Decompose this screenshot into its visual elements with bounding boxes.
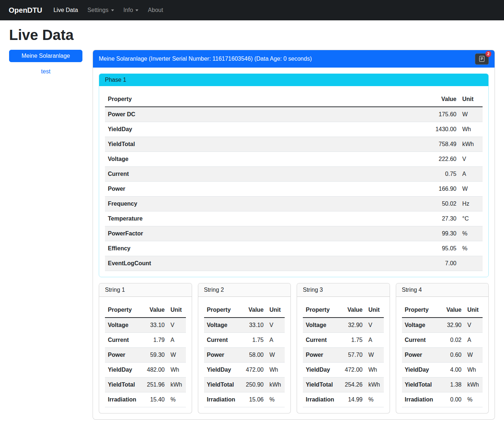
property-cell: Irradiation [402,392,438,407]
property-cell: Irradiation [204,392,240,407]
journal-text-icon [479,56,485,62]
value-cell: 50.02 [416,197,459,211]
property-cell: Current [204,333,240,348]
property-cell: Power [105,348,141,363]
nav-items: Live Data Settings Info About [49,4,168,16]
value-cell: 27.30 [416,211,459,226]
unit-cell: % [267,392,285,407]
col-value: Value [416,92,459,107]
property-cell: Voltage [105,318,141,333]
unit-cell: V [366,318,384,333]
value-cell: 472.00 [240,363,267,378]
value-cell: 15.40 [141,392,168,407]
table-row: Voltage32.90V [303,318,384,333]
unit-cell: A [459,167,483,182]
table-row: Power166.90W [105,182,483,197]
unit-cell: V [459,152,483,167]
table-header-row: Property Value Unit [303,303,384,318]
nav-settings[interactable]: Settings [83,4,119,16]
value-cell: 32.90 [339,318,366,333]
property-cell: Irradiation [105,392,141,407]
col-property: Property [105,92,416,107]
unit-cell: V [168,318,186,333]
page-title: Live Data [9,27,495,43]
string-card-title: String 3 [297,283,390,297]
table-row: YieldTotal1.38kWh [402,378,483,392]
property-cell: YieldDay [303,363,339,378]
col-value: Value [339,303,366,318]
string-table: Property Value Unit Voltage32.90VCurrent… [402,303,483,407]
inverter-card-header: Meine Solaranlage (Inverter Serial Numbe… [93,50,495,68]
unit-cell: V [267,318,285,333]
nav-live-data[interactable]: Live Data [49,4,83,16]
value-cell: 7.00 [416,256,459,271]
unit-cell: % [366,392,384,407]
col-property: Property [303,303,339,318]
property-cell: YieldTotal [105,137,416,152]
value-cell: 166.90 [416,182,459,197]
value-cell: 1430.00 [416,122,459,137]
table-header-row: Property Value Unit [204,303,285,318]
unit-cell: Wh [459,122,483,137]
property-cell: Current [105,333,141,348]
value-cell: 99.30 [416,226,459,241]
unit-cell: kWh [366,378,384,392]
value-cell: 0.02 [438,333,464,348]
table-row: Power DC175.60W [105,107,483,122]
table-row: Voltage222.60V [105,152,483,167]
unit-cell: Wh [267,363,285,378]
unit-cell: W [267,348,285,363]
property-cell: Voltage [105,152,416,167]
table-row: Current0.02A [402,333,483,348]
unit-cell: kWh [168,378,186,392]
inverter-select-test[interactable]: test [9,68,82,75]
value-cell: 0.00 [438,392,464,407]
table-row: Irradiation0.00% [402,392,483,407]
unit-cell: Wh [366,363,384,378]
col-value: Value [438,303,464,318]
property-cell: Power [204,348,240,363]
navbar: OpenDTU Live Data Settings Info About [0,0,504,20]
table-header-row: Property Value Unit [105,303,186,318]
chevron-down-icon [111,9,114,11]
value-cell: 175.60 [416,107,459,122]
value-cell: 482.00 [141,363,168,378]
value-cell: 251.96 [141,378,168,392]
table-header-row: Property Value Unit [402,303,483,318]
inverter-card-title: Meine Solaranlage (Inverter Serial Numbe… [99,56,312,62]
table-row: Frequency50.02Hz [105,197,483,211]
col-unit: Unit [366,303,384,318]
table-row: Irradiation15.06% [204,392,285,407]
property-cell: Power [402,348,438,363]
nav-live-data-label: Live Data [53,7,78,13]
unit-cell: kWh [267,378,285,392]
nav-about[interactable]: About [143,4,168,16]
table-row: Power58.00W [204,348,285,363]
table-row: Power57.70W [303,348,384,363]
table-row: YieldDay4.00Wh [402,363,483,378]
property-cell: Current [402,333,438,348]
property-cell: Power [303,348,339,363]
main-content: Meine Solaranlage (Inverter Serial Numbe… [93,50,495,420]
brand[interactable]: OpenDTU [9,6,42,15]
unit-cell: A [267,333,285,348]
col-unit: Unit [267,303,285,318]
unit-cell: kWh [459,137,483,152]
chevron-down-icon [135,9,138,11]
value-cell: 250.90 [240,378,267,392]
property-cell: EventLogCount [105,256,416,271]
value-cell: 59.30 [141,348,168,363]
value-cell: 0.60 [438,348,464,363]
nav-info[interactable]: Info [119,4,143,16]
string-card-title: String 1 [99,283,192,297]
table-row: Voltage33.10V [105,318,186,333]
col-value: Value [240,303,267,318]
inverter-select-button[interactable]: Meine Solaranlage [9,50,82,62]
string-card-1: String 1 Property Value Unit [99,283,192,413]
property-cell: YieldDay [402,363,438,378]
eventlog-button[interactable]: 2 [475,53,489,65]
table-row: EventLogCount7.00 [105,256,483,271]
table-row: YieldTotal250.90kWh [204,378,285,392]
phase-card-title: Phase 1 [99,74,488,86]
unit-cell: W [459,107,483,122]
